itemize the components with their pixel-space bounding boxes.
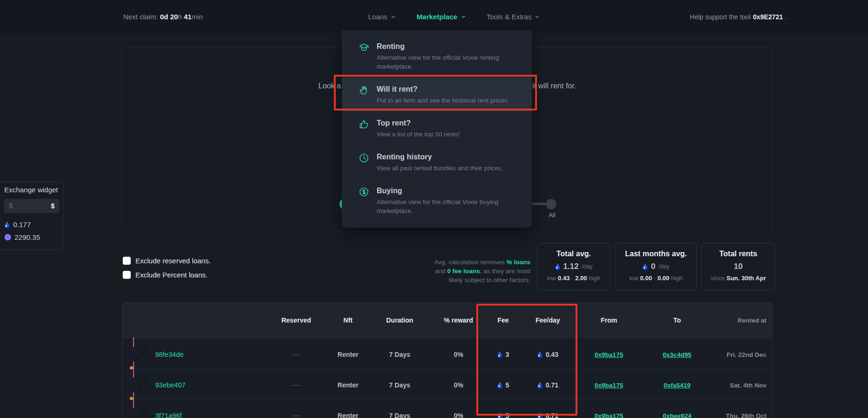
stat-unit: /day (582, 263, 593, 270)
exchange-input-row: $ (4, 199, 59, 213)
filter-row: Exclude reserved loans. (123, 257, 211, 265)
cell-duration: 7 Days (367, 381, 433, 389)
nav-menu-marketplace[interactable]: Marketplace (417, 13, 466, 21)
stat-card-total-rents: Total rents 10 since Sun. 30th Apr (702, 243, 775, 291)
menu-item-desc: Alternative view for the official Voxie … (377, 53, 518, 71)
hand-icon (358, 85, 370, 96)
cell-reward: 0% (433, 381, 484, 389)
stat-title: Total rents (702, 250, 774, 258)
from-address-link[interactable]: 0x9ba175 (574, 351, 644, 358)
col-header-to: To (644, 316, 710, 324)
cell-reward: 0% (433, 412, 484, 418)
gem-icon (555, 263, 560, 270)
menu-item-desc: View a list of the top 50 rents! (377, 130, 460, 139)
menu-item-renting-history[interactable]: Renting history View all past rented bun… (342, 145, 532, 179)
nav-menu-tools-extras[interactable]: Tools & Extras (487, 13, 540, 21)
col-header-reward: % reward (433, 316, 484, 324)
to-address-link[interactable]: 0xbee924 (644, 412, 710, 418)
from-address-link[interactable]: 0x9ba175 (574, 382, 644, 389)
next-claim-days: 0d (160, 13, 168, 21)
exclude-reserved-checkbox[interactable] (123, 257, 131, 265)
bundle-id-link[interactable]: 3f71a96f (155, 412, 263, 418)
to-address-link[interactable]: 0xfa5419 (644, 382, 710, 389)
menu-item-will-it-rent[interactable]: Will it rent? Put in an item and see the… (342, 78, 532, 111)
slider-all-label: All (538, 212, 566, 219)
menu-item-title: Top rent? (377, 118, 460, 128)
cell-reserved: --- (263, 351, 329, 358)
gem-icon (497, 412, 503, 418)
exchange-widget-title: Exchange widget (4, 186, 59, 194)
menu-item-title: Buying (377, 186, 518, 196)
exchange-currency-suffix: $ (51, 202, 55, 210)
stat-range: low 0.00 - 0.00 high (615, 275, 696, 282)
exclude-percent-checkbox[interactable] (123, 271, 131, 279)
col-header-nft: Nft (329, 316, 367, 324)
stat-title: Total avg. (537, 250, 610, 258)
gem-icon (4, 221, 10, 229)
next-claim-label: Next claim: (123, 13, 158, 21)
menu-item-desc: Alternative view for the official Voxie … (377, 197, 518, 215)
menu-item-title: Renting (377, 41, 518, 51)
staff-thumbnail[interactable] (133, 398, 155, 418)
col-header-rented-at: Rented at (710, 317, 772, 324)
menu-item-buying[interactable]: Buying Alternative view for the official… (342, 179, 532, 222)
next-claim-timer: Next claim: 0d 20h 41min (123, 0, 203, 33)
panel-caption-left: Look a (318, 82, 341, 90)
menu-item-desc: Put in an item and see the historcal ren… (377, 96, 509, 105)
col-header-duration: Duration (367, 316, 433, 324)
stat-value: 10 (734, 262, 743, 271)
cell-fee-day: 0.71 (522, 381, 574, 389)
stat-unit: /day (658, 263, 670, 270)
help-support-link[interactable]: Help support the tool 0x9E2721 . (690, 0, 787, 33)
filter-label: Exclude reserved loans. (135, 257, 211, 265)
menu-item-title: Renting history (377, 152, 503, 162)
range-slider-right-handle[interactable] (546, 199, 556, 209)
thumbs-up-icon (358, 118, 370, 130)
stat-card-total-avg: Total avg. 1.12 /day low 0.43 - 2.00 hig… (537, 243, 610, 291)
loan-filters: Exclude reserved loans. Exclude Percent … (123, 257, 211, 285)
stat-value: 0 (651, 262, 655, 271)
stat-range: low 0.43 - 2.00 high (537, 275, 610, 282)
gem-icon (497, 381, 503, 389)
cell-rented-at: Fri. 22nd Dec (710, 351, 772, 358)
staff-thumbnail[interactable] (133, 368, 155, 402)
chevron-down-icon (535, 14, 540, 19)
bundle-id-link[interactable]: 93ebe407 (155, 381, 263, 389)
marketplace-dropdown-menu: Renting Alternative view for the officia… (342, 30, 532, 228)
staff-thumbnail[interactable] (133, 337, 155, 371)
table-row: 98fe34de --- Renter 7 Days 0% 3 0.43 0x9… (122, 338, 772, 368)
cell-fee: 5 (484, 381, 522, 389)
col-header-fee-day: Fee/day (522, 316, 574, 324)
menu-item-top-rent[interactable]: Top rent? View a list of the top 50 rent… (342, 111, 532, 145)
exchange-rate-value: 0.177 (13, 221, 31, 229)
menu-item-renting[interactable]: Renting Alternative view for the officia… (342, 35, 532, 78)
chevron-down-icon (391, 14, 396, 19)
top-navbar: Next claim: 0d 20h 41min Loans Marketpla… (0, 0, 868, 33)
stat-value: 1.12 (563, 262, 579, 271)
next-claim-minutes: 41 (184, 13, 192, 21)
from-address-link[interactable]: 0x9ba175 (574, 412, 644, 418)
main-navigation: Loans Marketplace Tools & Extras (368, 0, 540, 33)
table-row: 93ebe407 --- Renter 7 Days 0% 5 0.71 0x9… (122, 368, 772, 399)
exchange-rate-value: 2290.35 (15, 233, 40, 241)
gem-icon (537, 381, 543, 389)
zero-fee-loans-highlight: 0 fee loans (447, 268, 480, 275)
exchange-amount-input[interactable] (9, 202, 51, 210)
menu-item-title: Will it rent? (377, 84, 509, 94)
chevron-down-icon (461, 14, 466, 19)
nav-menu-loans[interactable]: Loans (368, 13, 396, 21)
cell-duration: 7 Days (367, 412, 433, 418)
bundle-id-link[interactable]: 98fe34de (155, 351, 263, 358)
cell-nft: Renter (329, 412, 367, 418)
cell-reserved: --- (263, 412, 329, 418)
stat-card-last-months-avg: Last months avg. 0 /day low 0.00 - 0.00 … (615, 243, 697, 291)
to-address-link[interactable]: 0x3c4d95 (644, 351, 710, 358)
exchange-widget: Exchange widget $ 0.177 2290.35 (0, 181, 63, 250)
cell-rented-at: Sat. 4th Nov (710, 382, 772, 389)
rents-table: Reserved Nft Duration % reward Fee Fee/d… (122, 302, 773, 418)
filter-label: Exclude Percent loans. (135, 271, 207, 279)
cell-nft: Renter (329, 381, 367, 389)
table-header-row: Reserved Nft Duration % reward Fee Fee/d… (122, 303, 772, 338)
next-claim-hours: 20 (170, 13, 178, 21)
graduation-cap-icon (358, 42, 370, 53)
